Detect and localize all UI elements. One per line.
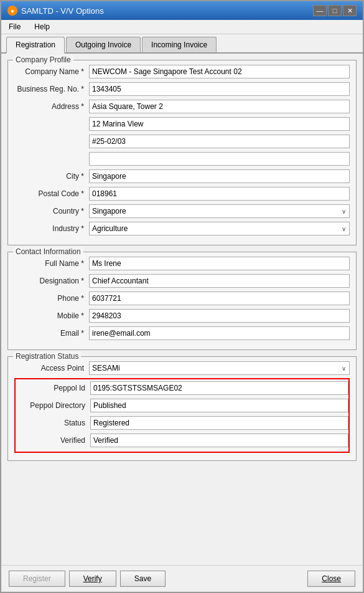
menu-bar: File Help: [1, 20, 363, 34]
designation-label: Designation *: [14, 277, 89, 285]
registration-status-group: Registration Status Access Point SESAMi …: [7, 356, 357, 461]
peppol-id-input[interactable]: [90, 381, 348, 395]
email-row: Email *: [14, 326, 350, 341]
company-profile-title: Company Profile: [13, 55, 73, 64]
bottom-left-buttons: Register Verify Save: [9, 571, 166, 587]
minimize-button[interactable]: —: [313, 5, 327, 16]
full-name-label: Full Name *: [14, 259, 89, 268]
business-reg-input[interactable]: [89, 82, 350, 96]
mobile-row: Mobile *: [14, 308, 350, 323]
contact-info-group: Contact Information Full Name * Designat…: [7, 252, 357, 350]
business-reg-label: Business Reg. No. *: [14, 85, 89, 93]
address-row-4: [14, 151, 350, 166]
status-input[interactable]: [90, 416, 348, 430]
country-label: Country *: [14, 207, 89, 216]
access-point-select[interactable]: SESAMi: [89, 361, 350, 375]
registration-status-title: Registration Status: [13, 352, 81, 361]
email-input[interactable]: [89, 326, 350, 340]
tab-registration[interactable]: Registration: [6, 37, 65, 54]
designation-input[interactable]: [89, 274, 350, 288]
address-input-2[interactable]: [89, 117, 350, 131]
peppol-directory-input[interactable]: [90, 399, 348, 412]
postal-code-label: Postal Code *: [14, 189, 89, 198]
close-button[interactable]: Close: [307, 571, 355, 587]
save-button[interactable]: Save: [120, 571, 166, 587]
verify-button[interactable]: Verify: [69, 571, 116, 587]
company-name-row: Company Name *: [14, 64, 350, 79]
close-window-button[interactable]: ✕: [343, 5, 357, 16]
tab-incoming-invoice[interactable]: Incoming Invoice: [142, 37, 217, 52]
window-title: SAMLTD - V/V Options: [21, 6, 104, 16]
industry-row: Industry * Agriculture: [14, 221, 350, 236]
address-label: Address *: [14, 102, 89, 111]
email-label: Email *: [14, 329, 89, 338]
designation-row: Designation *: [14, 273, 350, 288]
country-row: Country * Singapore: [14, 204, 350, 219]
company-profile-group: Company Profile Company Name * Business …: [7, 60, 357, 245]
address-row-1: Address *: [14, 99, 350, 114]
tab-outgoing-invoice[interactable]: Outgoing Invoice: [66, 37, 141, 52]
menu-file[interactable]: File: [5, 21, 24, 32]
address-input-1[interactable]: [89, 100, 350, 113]
company-name-label: Company Name *: [14, 67, 89, 76]
postal-code-input[interactable]: [89, 187, 350, 201]
postal-code-row: Postal Code *: [14, 186, 350, 201]
window-controls: — □ ✕: [313, 5, 357, 16]
country-select-wrapper: Singapore: [89, 204, 350, 218]
peppol-directory-row: Peppol Directory: [16, 398, 348, 413]
title-bar: ● SAMLTD - V/V Options — □ ✕: [1, 1, 363, 20]
industry-select-wrapper: Agriculture: [89, 222, 350, 235]
main-window: ● SAMLTD - V/V Options — □ ✕ File Help R…: [0, 0, 364, 593]
access-point-label: Access Point: [14, 364, 89, 372]
phone-input[interactable]: [89, 292, 350, 305]
business-reg-row: Business Reg. No. *: [14, 82, 350, 97]
peppol-id-row: Peppol Id: [16, 381, 348, 396]
full-name-input[interactable]: [89, 257, 350, 270]
title-bar-left: ● SAMLTD - V/V Options: [7, 6, 104, 16]
peppol-id-label: Peppol Id: [16, 384, 90, 392]
content-area: Company Profile Company Name * Business …: [1, 54, 363, 565]
full-name-row: Full Name *: [14, 256, 350, 271]
address-row-2: [14, 116, 350, 131]
city-row: City *: [14, 169, 350, 184]
menu-help[interactable]: Help: [30, 21, 54, 32]
bottom-bar: Register Verify Save Close: [1, 565, 363, 592]
address-input-4[interactable]: [89, 152, 350, 166]
address-row-3: [14, 134, 350, 149]
city-input[interactable]: [89, 169, 350, 183]
access-point-row: Access Point SESAMi: [14, 361, 350, 376]
verified-row: Verified: [16, 433, 348, 448]
access-point-select-wrapper: SESAMi: [89, 361, 350, 375]
peppol-directory-label: Peppol Directory: [16, 401, 90, 410]
address-input-3[interactable]: [89, 135, 350, 148]
mobile-input[interactable]: [89, 309, 350, 323]
tab-bar: Registration Outgoing Invoice Incoming I…: [1, 34, 363, 54]
verified-label: Verified: [16, 436, 90, 445]
status-label: Status: [16, 419, 90, 427]
industry-select[interactable]: Agriculture: [89, 222, 350, 235]
maximize-button[interactable]: □: [328, 5, 342, 16]
phone-row: Phone *: [14, 291, 350, 306]
app-icon: ●: [7, 6, 17, 16]
status-row: Status: [16, 415, 348, 430]
highlighted-status-section: Peppol Id Peppol Directory Status Verifi…: [14, 378, 350, 453]
mobile-label: Mobile *: [14, 311, 89, 320]
close-label: Close: [322, 574, 341, 583]
register-button[interactable]: Register: [9, 571, 65, 587]
verify-label: Verify: [83, 574, 102, 583]
phone-label: Phone *: [14, 294, 89, 303]
company-name-input[interactable]: [89, 65, 350, 78]
city-label: City *: [14, 172, 89, 181]
country-select[interactable]: Singapore: [89, 204, 350, 218]
verified-input[interactable]: [90, 434, 348, 447]
industry-label: Industry *: [14, 224, 89, 233]
contact-info-title: Contact Information: [13, 247, 83, 256]
